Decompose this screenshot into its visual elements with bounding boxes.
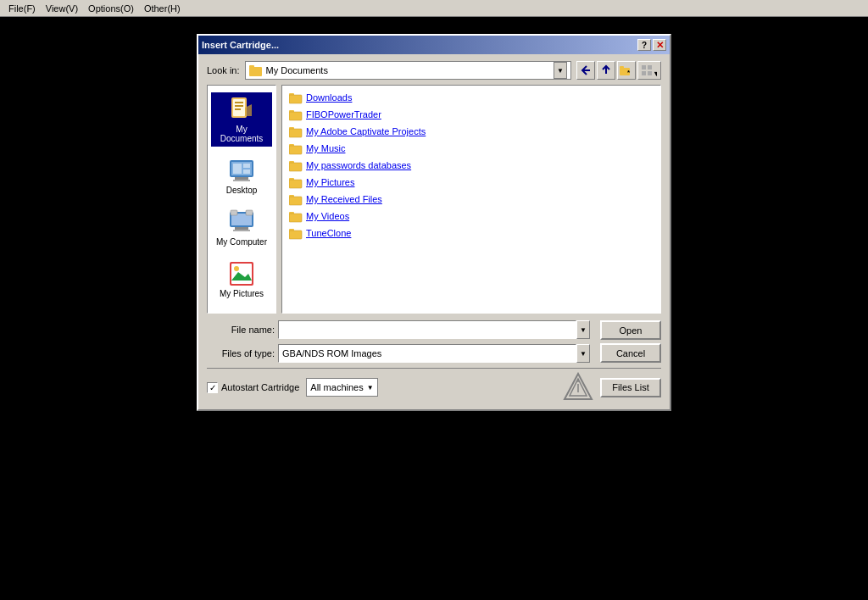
svg-text:*: * (627, 69, 631, 76)
menubar: File(F) View(V) Options(O) Other(H) (0, 0, 868, 17)
folder-icon (289, 158, 303, 172)
filetype-select[interactable]: GBA/NDS ROM Images (278, 344, 576, 363)
file-item-my-music[interactable]: My Music (286, 140, 657, 157)
my-computer-icon (228, 208, 255, 236)
look-in-value: My Documents (266, 65, 328, 75)
filename-label: File name: (207, 325, 275, 335)
nav-back-button[interactable] (576, 61, 595, 80)
title-bar-left: Insert Cartridge... (202, 40, 279, 50)
filename-dropdown[interactable]: ▼ (576, 320, 590, 339)
new-folder-icon: * (620, 64, 633, 76)
nav-up-button[interactable] (597, 61, 615, 80)
help-button[interactable]: ? (637, 39, 651, 51)
folder-icon (289, 108, 303, 121)
look-in-label: Look in: (207, 65, 240, 75)
main-area: My Documents (207, 85, 661, 314)
file-item-tuneclone[interactable]: TuneClone (286, 225, 657, 242)
new-folder-button[interactable]: * (617, 61, 636, 80)
filetype-input-wrap: GBA/NDS ROM Images ▼ (278, 344, 590, 363)
filetype-row: Files of type: GBA/NDS ROM Images ▼ (207, 344, 590, 363)
open-button[interactable]: Open (600, 320, 661, 340)
my-pictures-icon (228, 260, 255, 287)
shortcut-my-pictures-label: My Pictures (220, 289, 264, 298)
svg-rect-51 (289, 197, 302, 205)
folder-icon (289, 125, 303, 138)
filename-input[interactable] (278, 320, 576, 339)
file-item-my-pictures[interactable]: My Pictures (286, 174, 657, 191)
view-options-button[interactable]: ▼ (637, 61, 661, 80)
filename-row: File name: ▼ (207, 320, 590, 339)
menu-other[interactable]: Other(H) (139, 2, 186, 15)
file-list[interactable]: Downloads FIBOPowerTrader My Adobe Capti… (281, 85, 661, 314)
menu-view[interactable]: View(V) (41, 2, 83, 15)
bottom-bar: ✓ Autostart Cartridge All machines ▼ (207, 368, 661, 403)
bottom-left: ✓ Autostart Cartridge All machines ▼ (207, 378, 378, 397)
shortcut-my-documents[interactable]: My Documents (211, 92, 272, 147)
dialog-content: Look in: My Documents ▼ (198, 54, 670, 409)
svg-rect-46 (289, 161, 294, 164)
svg-rect-54 (289, 214, 302, 222)
shortcut-desktop-label: Desktop (226, 186, 258, 195)
shortcut-my-computer[interactable]: My Computer (211, 205, 272, 250)
svg-rect-33 (289, 95, 302, 103)
svg-rect-58 (289, 229, 294, 231)
folder-icon (289, 192, 303, 206)
menu-file[interactable]: File(F) (3, 2, 41, 15)
file-item-my-videos[interactable]: My Videos (286, 208, 657, 225)
shortcuts-panel: My Documents (207, 85, 276, 314)
look-in-dropdown-arrow[interactable]: ▼ (554, 62, 567, 79)
file-name-my-music: My Music (306, 143, 345, 153)
svg-rect-0 (249, 67, 262, 76)
file-item-fibopowertrader[interactable]: FIBOPowerTrader (286, 106, 657, 123)
svg-rect-30 (231, 264, 252, 284)
machine-dropdown-arrow[interactable]: ▼ (367, 384, 374, 392)
file-name-my-received-files: My Received Files (306, 194, 382, 204)
file-name-downloads: Downloads (306, 92, 352, 103)
cancel-button[interactable]: Cancel (600, 343, 661, 363)
svg-rect-36 (289, 112, 302, 120)
file-item-downloads[interactable]: Downloads (286, 89, 657, 106)
close-button[interactable]: ✕ (653, 39, 666, 51)
svg-rect-21 (243, 164, 250, 168)
title-bar: Insert Cartridge... ? ✕ (198, 36, 670, 54)
up-arrow-icon (600, 64, 612, 76)
file-name-my-videos: My Videos (306, 211, 349, 221)
svg-rect-42 (289, 146, 302, 154)
folder-icon (289, 175, 303, 189)
look-in-select[interactable]: My Documents ▼ (245, 61, 571, 80)
svg-rect-26 (233, 230, 250, 231)
file-item-my-received-files[interactable]: My Received Files (286, 191, 657, 208)
file-name-my-adobe-captivate: My Adobe Captivate Projects (306, 126, 426, 136)
svg-rect-13 (235, 105, 243, 107)
svg-rect-6 (648, 65, 652, 69)
autostart-wrap: ✓ Autostart Cartridge (207, 382, 299, 393)
file-item-my-adobe-captivate[interactable]: My Adobe Captivate Projects (286, 123, 657, 140)
file-name-my-passwords-databases: My passwords databases (306, 160, 411, 170)
autostart-checkbox[interactable]: ✓ (207, 382, 218, 393)
svg-rect-8 (648, 71, 652, 75)
svg-point-31 (234, 266, 239, 271)
shortcut-my-pictures[interactable]: My Pictures (211, 257, 272, 302)
svg-rect-55 (289, 212, 294, 214)
svg-rect-48 (289, 180, 302, 188)
svg-rect-25 (235, 227, 248, 230)
file-item-my-passwords-databases[interactable]: My passwords databases (286, 157, 657, 174)
bottom-fields: File name: ▼ Files of type: GBA/NDS ROM … (207, 320, 661, 368)
files-list-button[interactable]: Files List (600, 378, 661, 397)
svg-rect-5 (642, 65, 646, 69)
filetype-dropdown[interactable]: ▼ (576, 344, 590, 363)
shortcut-desktop[interactable]: Desktop (211, 153, 272, 198)
dialog-overlay: Insert Cartridge... ? ✕ Look in: (0, 17, 868, 600)
machine-select-wrap[interactable]: All machines ▼ (306, 378, 377, 397)
svg-rect-19 (233, 180, 250, 181)
my-documents-icon (228, 96, 255, 123)
file-name-fibopowertrader: FIBOPowerTrader (306, 109, 381, 119)
folder-icon (289, 142, 303, 155)
logo-area (563, 372, 593, 403)
svg-rect-39 (289, 129, 302, 137)
folder-icon (289, 209, 303, 223)
menu-options[interactable]: Options(O) (83, 2, 139, 15)
svg-rect-27 (231, 210, 237, 215)
svg-rect-43 (289, 144, 294, 147)
toolbar-buttons: * ▼ (576, 61, 661, 80)
